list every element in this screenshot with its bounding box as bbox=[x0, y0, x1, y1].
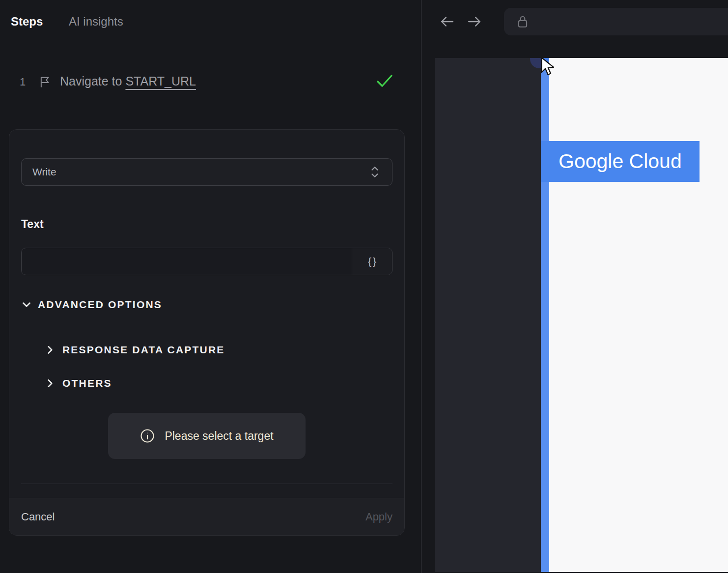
insert-variable-button[interactable]: {} bbox=[352, 248, 392, 275]
brand-text: Google Cloud bbox=[559, 141, 682, 181]
text-input-group: {} bbox=[21, 248, 392, 275]
response-data-capture-toggle[interactable]: RESPONSE DATA CAPTURE bbox=[45, 341, 225, 359]
others-toggle[interactable]: OTHERS bbox=[45, 374, 112, 392]
info-icon bbox=[140, 429, 155, 443]
editor-footer: Cancel Apply bbox=[9, 498, 404, 535]
tab-steps[interactable]: Steps bbox=[11, 14, 43, 29]
chevron-down-icon bbox=[21, 299, 32, 310]
back-button[interactable] bbox=[440, 14, 454, 29]
select-target-notice: Please select a target bbox=[108, 413, 306, 459]
select-target-notice-text: Please select a target bbox=[165, 430, 273, 443]
panel-tabs: Steps AI insights bbox=[0, 0, 421, 42]
response-data-capture-label: RESPONSE DATA CAPTURE bbox=[62, 344, 225, 356]
address-bar[interactable] bbox=[504, 8, 728, 35]
text-field-label: Text bbox=[21, 218, 44, 231]
unfold-icon bbox=[370, 166, 379, 178]
card-divider bbox=[21, 484, 392, 484]
step-row[interactable]: 1 Navigate to START_URL bbox=[0, 73, 421, 92]
browser-toolbar bbox=[422, 0, 728, 42]
step-number: 1 bbox=[20, 76, 26, 88]
tab-ai-insights[interactable]: AI insights bbox=[69, 14, 123, 29]
page-dark-region[interactable] bbox=[435, 58, 541, 572]
action-select-value: Write bbox=[32, 159, 56, 185]
page-white-region[interactable] bbox=[541, 58, 728, 572]
others-label: OTHERS bbox=[62, 377, 112, 389]
brand-highlight-banner[interactable]: Google Cloud bbox=[541, 141, 700, 182]
cursor-pointer-icon bbox=[539, 58, 556, 77]
chevron-right-icon bbox=[45, 344, 56, 355]
step-target-link[interactable]: START_URL bbox=[125, 74, 196, 88]
text-input[interactable] bbox=[22, 248, 352, 275]
lock-icon bbox=[517, 15, 529, 29]
apply-button[interactable]: Apply bbox=[365, 498, 392, 536]
steps-panel: Steps AI insights 1 Navigate to START_UR… bbox=[0, 0, 421, 573]
page-preview: Google Cloud bbox=[435, 58, 728, 572]
browser-panel: Google Cloud bbox=[422, 0, 728, 573]
app-root: Steps AI insights 1 Navigate to START_UR… bbox=[0, 0, 728, 573]
cancel-button[interactable]: Cancel bbox=[21, 498, 55, 536]
step-editor-card: Write Text {} ADVAN bbox=[9, 129, 405, 536]
check-icon bbox=[376, 74, 393, 88]
flag-icon bbox=[38, 75, 52, 89]
advanced-options-label: ADVANCED OPTIONS bbox=[38, 299, 162, 311]
curly-braces-icon: {} bbox=[368, 256, 378, 267]
advanced-options-toggle[interactable]: ADVANCED OPTIONS bbox=[21, 296, 162, 314]
element-highlight-stripe bbox=[541, 58, 549, 572]
step-action-text: Navigate to bbox=[60, 74, 125, 88]
action-select[interactable]: Write bbox=[21, 158, 392, 186]
forward-button[interactable] bbox=[467, 14, 482, 29]
chevron-right-icon bbox=[45, 378, 56, 389]
step-label: Navigate to START_URL bbox=[60, 74, 196, 88]
